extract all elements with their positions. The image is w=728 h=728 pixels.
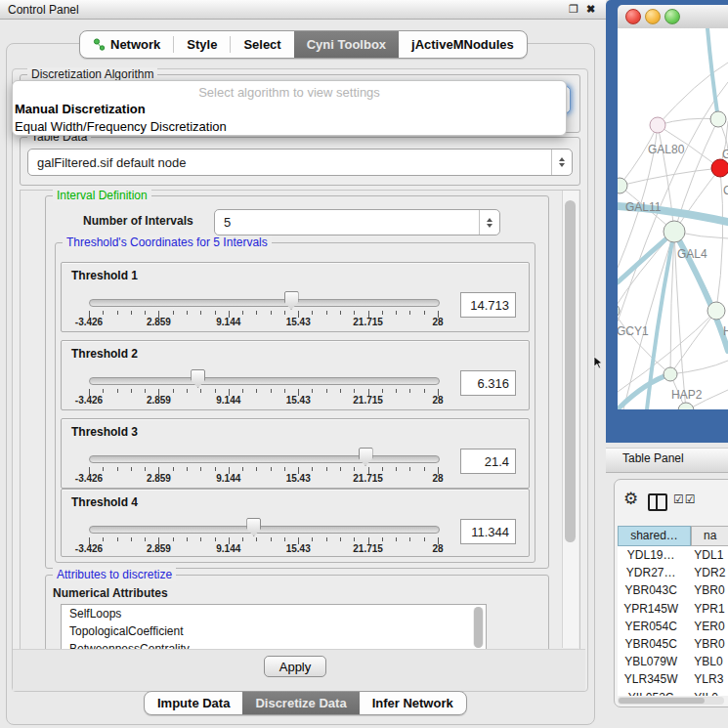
network-edge[interactable] <box>716 168 723 311</box>
threshold-box-4: Threshold 4-3.4262.8599.14415.4321.71528… <box>61 489 530 557</box>
slider-tick-label: 15.43 <box>286 543 311 554</box>
node-hap2[interactable] <box>664 367 677 381</box>
vertical-scrollbar-thumb[interactable] <box>565 200 576 542</box>
table-row[interactable]: YLR345WYLR3 <box>618 670 728 688</box>
threshold-value-field[interactable]: 11.344 <box>460 519 516 544</box>
mac-zoom-icon[interactable] <box>664 9 680 24</box>
table-row[interactable]: YDR27…YDR2 <box>618 564 728 581</box>
node-gal4[interactable] <box>664 221 685 242</box>
split-view-icon[interactable] <box>648 493 667 511</box>
combobox-stepper-icon[interactable] <box>551 150 572 175</box>
tab-discretize-data[interactable]: Discretize Data <box>242 692 359 714</box>
horizontal-scrollbar-thumb[interactable] <box>619 698 705 704</box>
network-graph[interactable]: GAL80GACGAL11GAL4GCY1HHAP2 <box>618 28 728 409</box>
table-row[interactable]: YBR045CYBR0 <box>618 635 728 653</box>
tab-infer-network[interactable]: Infer Network <box>360 692 466 714</box>
discretization-algorithm-group-title: Discretization Algorithm <box>27 67 157 81</box>
table-cell[interactable]: YDR2 <box>684 564 728 581</box>
slider-thumb[interactable] <box>284 291 299 310</box>
node-top-right[interactable] <box>710 111 726 127</box>
network-edge[interactable] <box>658 118 718 125</box>
network-canvas[interactable]: GAL80GACGAL11GAL4GCY1HHAP2 <box>618 28 728 409</box>
attribute-item-selfloops[interactable]: SelfLoops <box>62 605 486 622</box>
mac-close-icon[interactable] <box>625 9 641 24</box>
table-row[interactable]: YDL19…YDL1 <box>618 546 728 564</box>
table-cell[interactable]: YLR345W <box>618 670 684 688</box>
list-scrollbar[interactable] <box>473 607 484 648</box>
combobox-stepper-icon[interactable] <box>479 210 499 235</box>
network-edge[interactable] <box>670 311 716 374</box>
tab-network[interactable]: Network <box>80 31 173 58</box>
table-cell[interactable]: YBL079W <box>618 653 684 670</box>
numerical-attributes-label: Numerical Attributes <box>53 586 168 600</box>
threshold-value-field[interactable]: 6.316 <box>460 370 516 396</box>
slider-tick <box>409 311 410 315</box>
table-row[interactable]: YBL079WYBL0 <box>618 653 728 670</box>
threshold-value-field[interactable]: 21.4 <box>460 449 516 474</box>
table-data-combobox[interactable]: galFiltered.sif default node <box>27 149 573 176</box>
tab-impute-data[interactable]: Impute Data <box>145 692 242 714</box>
numerical-attributes-list[interactable]: SelfLoopsTopologicalCoefficientBetweenne… <box>61 604 487 651</box>
table-cell[interactable]: YBR043C <box>618 581 684 599</box>
slider-tick-label: 21.715 <box>353 317 383 327</box>
table-cell[interactable]: YIL0 <box>684 689 728 697</box>
table-row[interactable]: YPR145WYPR1 <box>618 600 728 618</box>
table-cell[interactable]: YDL1 <box>684 546 728 564</box>
slider-track[interactable] <box>89 455 440 463</box>
node-selected-red[interactable] <box>711 159 728 177</box>
close-icon[interactable]: ✖ <box>586 3 595 16</box>
slider-tick <box>271 311 272 315</box>
table-cell[interactable]: YLR3 <box>684 670 728 688</box>
node-label-c: C <box>723 184 728 197</box>
table-cell[interactable]: YER054C <box>618 618 684 635</box>
table-cell[interactable]: YBR0 <box>684 581 728 599</box>
table-row[interactable]: YIL052CYIL0 <box>618 689 728 697</box>
table-cell[interactable]: YDR27… <box>618 564 684 581</box>
node-right[interactable] <box>707 302 725 320</box>
column-header-na[interactable]: na <box>691 526 728 546</box>
slider-tick <box>271 467 272 471</box>
network-thick-edge[interactable] <box>707 28 718 119</box>
gear-icon[interactable]: ⚙ <box>623 489 638 509</box>
threshold-value-field[interactable]: 14.713 <box>460 292 516 318</box>
table-row[interactable]: YER054CYER0 <box>618 618 728 635</box>
table-cell[interactable]: YIL052C <box>618 689 684 697</box>
tab-label: jActiveMNodules <box>411 37 514 52</box>
column-header-shared-[interactable]: shared… <box>618 526 691 546</box>
slider-track[interactable] <box>89 299 440 307</box>
network-window-titlebar[interactable] <box>618 5 728 29</box>
table-cell[interactable]: YBR0 <box>684 635 728 653</box>
attribute-item-topologicalcoefficient[interactable]: TopologicalCoefficient <box>62 622 486 640</box>
table-cell[interactable]: YPR145W <box>618 600 684 618</box>
mac-minimize-icon[interactable] <box>645 9 661 24</box>
slider-thumb[interactable] <box>359 448 373 466</box>
table-cell[interactable]: YDL19… <box>618 546 684 564</box>
tab-cyni-toolbox[interactable]: Cyni Toolbox <box>294 31 399 58</box>
table-cell[interactable]: YER0 <box>684 618 728 635</box>
vertical-scrollbar[interactable] <box>562 191 578 648</box>
float-icon[interactable]: ❐ <box>569 3 578 16</box>
apply-button[interactable]: Apply <box>264 656 326 677</box>
tab-select[interactable]: Select <box>231 31 293 58</box>
table-cell[interactable]: YBR045C <box>618 635 684 653</box>
number-of-intervals-combobox[interactable]: 5 <box>214 209 500 236</box>
horizontal-scrollbar[interactable] <box>618 697 724 705</box>
list-scrollbar-thumb[interactable] <box>474 607 483 648</box>
network-thick-edge[interactable] <box>618 374 670 409</box>
slider-thumb[interactable] <box>191 369 205 388</box>
network-edge[interactable] <box>618 311 670 374</box>
slider-tick-label: 2.859 <box>147 473 171 484</box>
slider-track[interactable] <box>89 526 440 534</box>
table-row[interactable]: YBR043CYBR0 <box>618 581 728 599</box>
slider-track[interactable] <box>89 377 440 385</box>
node-gal80[interactable] <box>650 117 665 133</box>
algorithm-option-manual-discretization[interactable]: Manual Discretization <box>13 101 566 118</box>
checkbox-columns-icon[interactable]: ☑☑ <box>673 492 697 506</box>
tab-jactivemnodules[interactable]: jActiveMNodules <box>399 31 527 58</box>
tab-style[interactable]: Style <box>174 31 230 58</box>
algorithm-option-equal-width-frequency-discretization[interactable]: Equal Width/Frequency Discretization <box>13 118 566 136</box>
node-bottom[interactable] <box>678 403 694 409</box>
slider-thumb[interactable] <box>246 518 261 536</box>
table-cell[interactable]: YPR1 <box>684 600 728 618</box>
table-cell[interactable]: YBL0 <box>684 653 728 670</box>
